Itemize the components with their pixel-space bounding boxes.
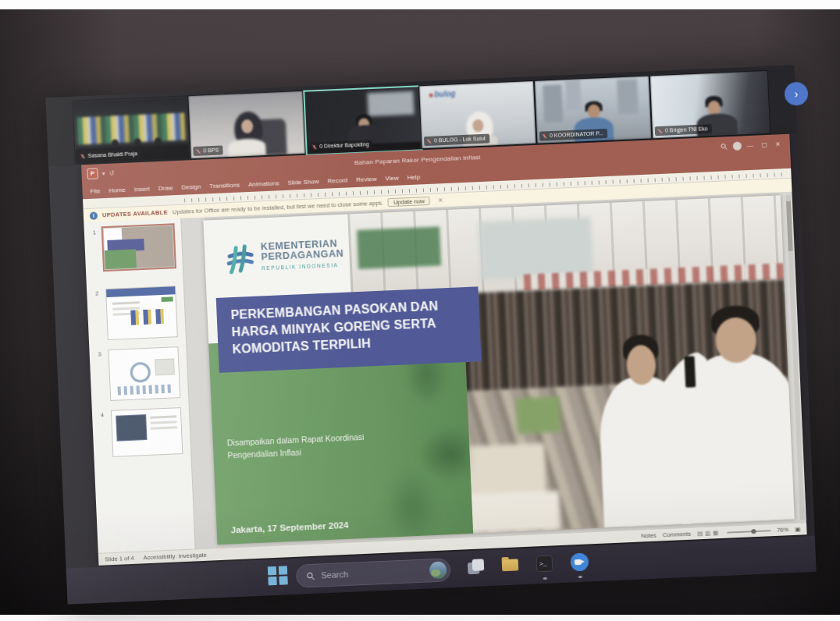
slide-thumbnail-1[interactable]: 1: [103, 225, 175, 270]
slide-thumbnail-panel[interactable]: 1 2 3: [84, 218, 195, 554]
zoom-slider[interactable]: [727, 530, 771, 533]
tab-slideshow[interactable]: Slide Show: [287, 178, 319, 186]
running-indicator: [543, 577, 547, 580]
account-avatar[interactable]: [733, 141, 742, 150]
muted-mic-icon: [195, 148, 201, 154]
muted-mic-icon: [542, 133, 547, 139]
participant-tile-bps[interactable]: 0 BPS: [187, 90, 305, 159]
title-slide[interactable]: KEMENTERIAN PERDAGANGAN REPUBLIK INDONES…: [203, 195, 794, 545]
tab-draw[interactable]: Draw: [158, 184, 173, 192]
zoom-level[interactable]: 76%: [777, 526, 788, 534]
ppt-workspace: 1 2 3: [84, 192, 806, 554]
tab-help[interactable]: Help: [407, 173, 420, 181]
slide-number: 2: [95, 291, 98, 296]
tab-record[interactable]: Record: [327, 176, 347, 184]
taskbar-search[interactable]: Search: [296, 558, 451, 588]
powerpoint-window: P ▾ ↺ Bahan Paparan Rakor Pengendalian I…: [81, 134, 807, 566]
slide-number: 4: [101, 412, 104, 417]
kemendag-logo-icon: [222, 242, 256, 276]
terminal-icon[interactable]: >_: [536, 555, 553, 572]
tab-design[interactable]: Design: [181, 183, 201, 190]
participant-name: 0 BPS: [203, 147, 219, 155]
participant-tile-koordinator[interactable]: 0 KOORDINATOR P...: [534, 75, 652, 144]
participant-name: 0 Direktur Bapokting: [319, 140, 369, 151]
photo-top-margin: [0, 0, 840, 9]
search-label: Search: [321, 566, 423, 580]
fit-slide-icon[interactable]: ▣: [795, 526, 800, 533]
start-button[interactable]: [268, 565, 289, 586]
tab-view[interactable]: View: [385, 174, 399, 182]
tab-animations[interactable]: Animations: [248, 179, 279, 188]
participant-name: 0 Brigjen TNI Eko: [665, 125, 708, 134]
participant-name-badge: 0 BPS: [193, 145, 222, 156]
projection-photo: Sasana Bhakti Praja 0 BPS: [0, 0, 840, 621]
bulog-logo: bulog: [429, 90, 456, 99]
participant-name: Sasana Bhakti Praja: [87, 150, 137, 160]
slide-thumbnail-3[interactable]: 3: [108, 346, 180, 401]
task-view-icon[interactable]: [468, 559, 486, 577]
file-explorer-icon[interactable]: [502, 559, 519, 571]
comments-toggle[interactable]: Comments: [663, 531, 692, 539]
slide-number: 3: [98, 351, 101, 357]
running-indicator: [578, 576, 582, 578]
participant-name: 0 BULOG - Lok Sulut: [434, 135, 486, 145]
search-icon[interactable]: [721, 143, 728, 150]
muted-mic-icon: [311, 144, 317, 150]
save-icon[interactable]: ▾: [101, 170, 105, 177]
participant-tile-brigjen-eko[interactable]: 0 Brigjen TNI Eko: [650, 70, 771, 140]
accessibility-status[interactable]: Accessibility: Investigate: [143, 552, 207, 562]
slide-thumbnail-2[interactable]: 2: [105, 286, 178, 340]
president-figure: [672, 293, 795, 525]
slide-canvas[interactable]: KEMENTERIAN PERDAGANGAN REPUBLIK INDONES…: [181, 192, 806, 550]
slide-number: 1: [93, 230, 96, 236]
photo-bottom-margin: [0, 615, 840, 621]
search-icon: [306, 571, 315, 580]
update-now-button[interactable]: Update now: [388, 197, 430, 207]
tab-insert[interactable]: Insert: [134, 185, 150, 193]
close-icon[interactable]: ✕: [438, 197, 443, 204]
message-label: UPDATES AVAILABLE: [102, 209, 168, 219]
powerpoint-app-icon: P: [87, 168, 98, 179]
tab-home[interactable]: Home: [109, 186, 126, 193]
weather-widget-icon[interactable]: [429, 561, 447, 579]
slide-counter: Slide 1 of 4: [105, 555, 134, 563]
flag-row: [77, 112, 186, 144]
muted-mic-icon: [426, 138, 432, 144]
slide-thumbnail-4[interactable]: 4: [111, 407, 183, 457]
kemendag-logo: KEMENTERIAN PERDAGANGAN REPUBLIK INDONES…: [222, 238, 345, 276]
info-icon: i: [90, 211, 98, 219]
tab-transitions[interactable]: Transitions: [209, 181, 240, 190]
window-controls[interactable]: — ▢ ✕: [747, 140, 784, 149]
zoom-app-icon[interactable]: [570, 552, 589, 571]
projected-screen: Sasana Bhakti Praja 0 BPS: [45, 65, 816, 604]
notes-toggle[interactable]: Notes: [641, 532, 657, 540]
participant-tile-sasana[interactable]: Sasana Bhakti Praja: [72, 95, 190, 164]
tab-review[interactable]: Review: [356, 175, 377, 183]
view-switcher-icons[interactable]: ▤▥▦: [697, 529, 721, 537]
participant-name: 0 KOORDINATOR P...: [550, 130, 603, 140]
participant-tile-direktur-bapokting[interactable]: 0 Direktur Bapokting: [303, 85, 423, 155]
slide-title-box: PERKEMBANGAN PASOKAN DAN HARGA MINYAK GO…: [216, 286, 482, 373]
tab-file[interactable]: File: [90, 187, 100, 195]
muted-mic-icon: [657, 128, 663, 133]
muted-mic-icon: [80, 154, 85, 159]
participant-tile-bulog[interactable]: bulog 0 BULOG - Lok Sulut: [418, 80, 536, 149]
